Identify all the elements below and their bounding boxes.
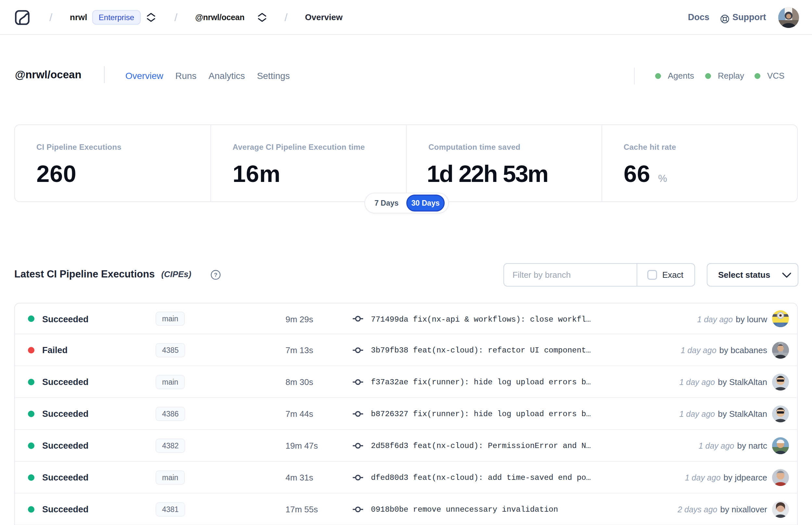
svg-text:?: ? — [214, 272, 217, 278]
